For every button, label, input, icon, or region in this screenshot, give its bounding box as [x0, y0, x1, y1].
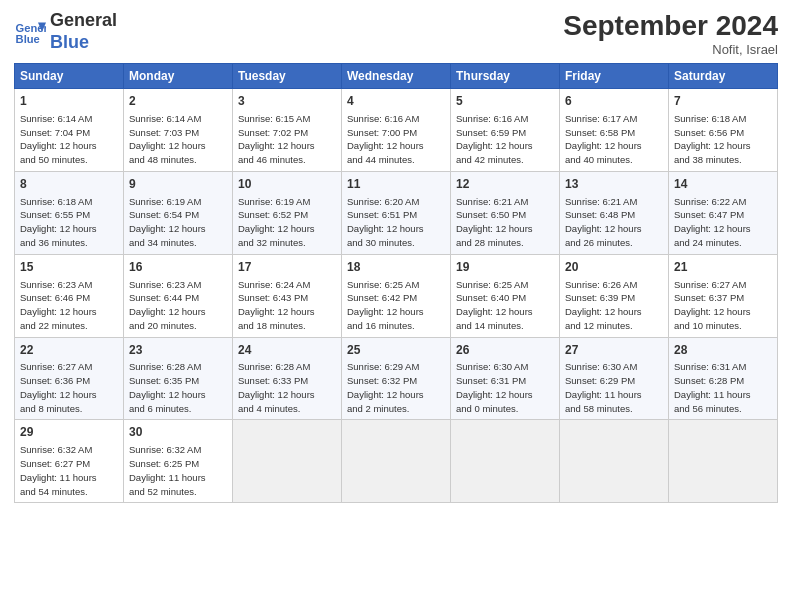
calendar-cell: 11Sunrise: 6:20 AM Sunset: 6:51 PM Dayli…: [342, 171, 451, 254]
cell-sun-info: Sunrise: 6:22 AM Sunset: 6:47 PM Dayligh…: [674, 195, 772, 250]
calendar-cell: 5Sunrise: 6:16 AM Sunset: 6:59 PM Daylig…: [451, 89, 560, 172]
cell-sun-info: Sunrise: 6:30 AM Sunset: 6:29 PM Dayligh…: [565, 360, 663, 415]
calendar-cell: 22Sunrise: 6:27 AM Sunset: 6:36 PM Dayli…: [15, 337, 124, 420]
page-header: General Blue General Blue September 2024…: [14, 10, 778, 57]
location: Nofit, Israel: [563, 42, 778, 57]
calendar-header-row: SundayMondayTuesdayWednesdayThursdayFrid…: [15, 64, 778, 89]
calendar-week-5: 29Sunrise: 6:32 AM Sunset: 6:27 PM Dayli…: [15, 420, 778, 503]
calendar-cell: 30Sunrise: 6:32 AM Sunset: 6:25 PM Dayli…: [124, 420, 233, 503]
day-number: 22: [20, 342, 118, 359]
calendar-cell: [342, 420, 451, 503]
day-number: 23: [129, 342, 227, 359]
col-header-thursday: Thursday: [451, 64, 560, 89]
calendar-cell: 4Sunrise: 6:16 AM Sunset: 7:00 PM Daylig…: [342, 89, 451, 172]
day-number: 13: [565, 176, 663, 193]
calendar-cell: 14Sunrise: 6:22 AM Sunset: 6:47 PM Dayli…: [669, 171, 778, 254]
day-number: 6: [565, 93, 663, 110]
cell-sun-info: Sunrise: 6:23 AM Sunset: 6:46 PM Dayligh…: [20, 278, 118, 333]
calendar-cell: 2Sunrise: 6:14 AM Sunset: 7:03 PM Daylig…: [124, 89, 233, 172]
day-number: 27: [565, 342, 663, 359]
calendar-cell: 16Sunrise: 6:23 AM Sunset: 6:44 PM Dayli…: [124, 254, 233, 337]
logo-icon: General Blue: [14, 16, 46, 48]
day-number: 9: [129, 176, 227, 193]
day-number: 18: [347, 259, 445, 276]
day-number: 24: [238, 342, 336, 359]
calendar-cell: 26Sunrise: 6:30 AM Sunset: 6:31 PM Dayli…: [451, 337, 560, 420]
cell-sun-info: Sunrise: 6:25 AM Sunset: 6:42 PM Dayligh…: [347, 278, 445, 333]
day-number: 14: [674, 176, 772, 193]
calendar-cell: 12Sunrise: 6:21 AM Sunset: 6:50 PM Dayli…: [451, 171, 560, 254]
calendar-cell: 24Sunrise: 6:28 AM Sunset: 6:33 PM Dayli…: [233, 337, 342, 420]
calendar-week-3: 15Sunrise: 6:23 AM Sunset: 6:46 PM Dayli…: [15, 254, 778, 337]
col-header-wednesday: Wednesday: [342, 64, 451, 89]
calendar-page: General Blue General Blue September 2024…: [0, 0, 792, 612]
cell-sun-info: Sunrise: 6:21 AM Sunset: 6:48 PM Dayligh…: [565, 195, 663, 250]
calendar-week-2: 8Sunrise: 6:18 AM Sunset: 6:55 PM Daylig…: [15, 171, 778, 254]
calendar-cell: 1Sunrise: 6:14 AM Sunset: 7:04 PM Daylig…: [15, 89, 124, 172]
cell-sun-info: Sunrise: 6:32 AM Sunset: 6:25 PM Dayligh…: [129, 443, 227, 498]
cell-sun-info: Sunrise: 6:26 AM Sunset: 6:39 PM Dayligh…: [565, 278, 663, 333]
calendar-cell: 28Sunrise: 6:31 AM Sunset: 6:28 PM Dayli…: [669, 337, 778, 420]
calendar-cell: 6Sunrise: 6:17 AM Sunset: 6:58 PM Daylig…: [560, 89, 669, 172]
cell-sun-info: Sunrise: 6:29 AM Sunset: 6:32 PM Dayligh…: [347, 360, 445, 415]
day-number: 7: [674, 93, 772, 110]
day-number: 20: [565, 259, 663, 276]
cell-sun-info: Sunrise: 6:30 AM Sunset: 6:31 PM Dayligh…: [456, 360, 554, 415]
calendar-cell: 15Sunrise: 6:23 AM Sunset: 6:46 PM Dayli…: [15, 254, 124, 337]
day-number: 30: [129, 424, 227, 441]
day-number: 26: [456, 342, 554, 359]
calendar-cell: 21Sunrise: 6:27 AM Sunset: 6:37 PM Dayli…: [669, 254, 778, 337]
cell-sun-info: Sunrise: 6:19 AM Sunset: 6:54 PM Dayligh…: [129, 195, 227, 250]
logo-blue: Blue: [50, 32, 117, 54]
cell-sun-info: Sunrise: 6:23 AM Sunset: 6:44 PM Dayligh…: [129, 278, 227, 333]
svg-text:Blue: Blue: [16, 33, 40, 45]
day-number: 3: [238, 93, 336, 110]
day-number: 10: [238, 176, 336, 193]
cell-sun-info: Sunrise: 6:19 AM Sunset: 6:52 PM Dayligh…: [238, 195, 336, 250]
day-number: 8: [20, 176, 118, 193]
day-number: 29: [20, 424, 118, 441]
calendar-cell: 29Sunrise: 6:32 AM Sunset: 6:27 PM Dayli…: [15, 420, 124, 503]
cell-sun-info: Sunrise: 6:16 AM Sunset: 6:59 PM Dayligh…: [456, 112, 554, 167]
calendar-cell: 9Sunrise: 6:19 AM Sunset: 6:54 PM Daylig…: [124, 171, 233, 254]
calendar-cell: 18Sunrise: 6:25 AM Sunset: 6:42 PM Dayli…: [342, 254, 451, 337]
cell-sun-info: Sunrise: 6:14 AM Sunset: 7:03 PM Dayligh…: [129, 112, 227, 167]
calendar-cell: 27Sunrise: 6:30 AM Sunset: 6:29 PM Dayli…: [560, 337, 669, 420]
day-number: 5: [456, 93, 554, 110]
cell-sun-info: Sunrise: 6:18 AM Sunset: 6:56 PM Dayligh…: [674, 112, 772, 167]
calendar-cell: 13Sunrise: 6:21 AM Sunset: 6:48 PM Dayli…: [560, 171, 669, 254]
day-number: 25: [347, 342, 445, 359]
calendar-cell: [233, 420, 342, 503]
cell-sun-info: Sunrise: 6:27 AM Sunset: 6:37 PM Dayligh…: [674, 278, 772, 333]
day-number: 15: [20, 259, 118, 276]
cell-sun-info: Sunrise: 6:16 AM Sunset: 7:00 PM Dayligh…: [347, 112, 445, 167]
calendar-cell: 7Sunrise: 6:18 AM Sunset: 6:56 PM Daylig…: [669, 89, 778, 172]
cell-sun-info: Sunrise: 6:17 AM Sunset: 6:58 PM Dayligh…: [565, 112, 663, 167]
day-number: 2: [129, 93, 227, 110]
day-number: 1: [20, 93, 118, 110]
col-header-saturday: Saturday: [669, 64, 778, 89]
day-number: 12: [456, 176, 554, 193]
day-number: 4: [347, 93, 445, 110]
calendar-cell: [669, 420, 778, 503]
calendar-table: SundayMondayTuesdayWednesdayThursdayFrid…: [14, 63, 778, 503]
col-header-sunday: Sunday: [15, 64, 124, 89]
day-number: 21: [674, 259, 772, 276]
calendar-cell: 8Sunrise: 6:18 AM Sunset: 6:55 PM Daylig…: [15, 171, 124, 254]
calendar-cell: 3Sunrise: 6:15 AM Sunset: 7:02 PM Daylig…: [233, 89, 342, 172]
logo: General Blue General Blue: [14, 10, 117, 53]
calendar-cell: 23Sunrise: 6:28 AM Sunset: 6:35 PM Dayli…: [124, 337, 233, 420]
cell-sun-info: Sunrise: 6:28 AM Sunset: 6:35 PM Dayligh…: [129, 360, 227, 415]
cell-sun-info: Sunrise: 6:14 AM Sunset: 7:04 PM Dayligh…: [20, 112, 118, 167]
calendar-cell: 25Sunrise: 6:29 AM Sunset: 6:32 PM Dayli…: [342, 337, 451, 420]
cell-sun-info: Sunrise: 6:20 AM Sunset: 6:51 PM Dayligh…: [347, 195, 445, 250]
day-number: 28: [674, 342, 772, 359]
cell-sun-info: Sunrise: 6:24 AM Sunset: 6:43 PM Dayligh…: [238, 278, 336, 333]
col-header-tuesday: Tuesday: [233, 64, 342, 89]
col-header-monday: Monday: [124, 64, 233, 89]
logo-general: General: [50, 10, 117, 32]
cell-sun-info: Sunrise: 6:15 AM Sunset: 7:02 PM Dayligh…: [238, 112, 336, 167]
calendar-cell: 20Sunrise: 6:26 AM Sunset: 6:39 PM Dayli…: [560, 254, 669, 337]
calendar-cell: 10Sunrise: 6:19 AM Sunset: 6:52 PM Dayli…: [233, 171, 342, 254]
month-title: September 2024: [563, 10, 778, 42]
